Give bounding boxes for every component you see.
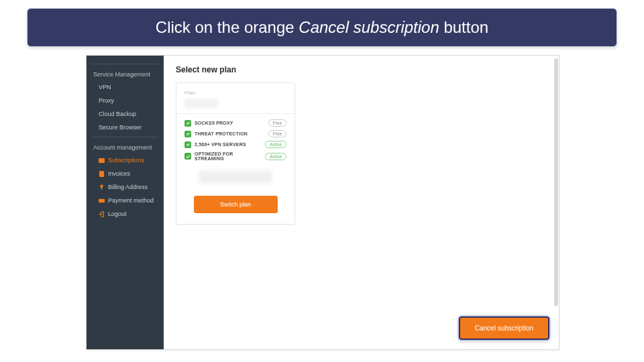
svg-point-2 bbox=[100, 184, 103, 188]
main-content: Select new plan Plan SOCKS5 PROXY Free T… bbox=[164, 56, 559, 349]
instruction-suffix: button bbox=[439, 18, 488, 36]
sidebar-item-vpn[interactable]: VPN bbox=[87, 80, 164, 94]
check-icon bbox=[184, 141, 191, 148]
plan-name-redacted bbox=[184, 99, 218, 108]
feature-badge-free: Free bbox=[268, 119, 286, 127]
instruction-emphasis: Cancel subscription bbox=[299, 18, 439, 36]
sidebar-item-logout[interactable]: Logout bbox=[87, 207, 164, 221]
sidebar-item-billing-address[interactable]: Billing Address bbox=[87, 180, 164, 194]
divider bbox=[92, 64, 158, 64]
svg-rect-0 bbox=[99, 158, 105, 162]
sidebar-item-label: Subscriptions bbox=[108, 157, 144, 164]
sidebar-item-label: Logout bbox=[108, 210, 127, 217]
sidebar-section-service: Service Management bbox=[87, 67, 164, 80]
feature-row: OPTIMIZED FOR STREAMING Active bbox=[184, 152, 286, 161]
switch-plan-button[interactable]: Switch plan bbox=[194, 196, 278, 213]
scrollbar[interactable] bbox=[554, 58, 558, 306]
scrollbar-thumb[interactable] bbox=[554, 58, 558, 306]
feature-row: 2,500+ VPN SERVERS Active bbox=[184, 141, 286, 148]
feature-badge-active: Active bbox=[265, 141, 286, 148]
instruction-prefix: Click on the orange bbox=[156, 18, 299, 36]
app-window: Service Management VPN Proxy Cloud Backu… bbox=[86, 55, 559, 350]
subscriptions-icon bbox=[99, 158, 105, 164]
check-icon bbox=[184, 131, 191, 137]
sidebar-item-label: Invoices bbox=[108, 170, 130, 177]
plan-label: Plan bbox=[184, 90, 286, 96]
invoices-icon bbox=[99, 171, 105, 177]
sidebar-item-payment-method[interactable]: Payment method bbox=[87, 194, 164, 207]
logout-icon bbox=[99, 211, 105, 217]
sidebar-item-label: Payment method bbox=[108, 197, 154, 204]
sidebar-item-label: VPN bbox=[99, 84, 111, 90]
divider bbox=[176, 113, 294, 114]
sidebar-item-subscriptions[interactable]: Subscriptions bbox=[87, 154, 164, 167]
feature-badge-free: Free bbox=[268, 130, 286, 137]
sidebar: Service Management VPN Proxy Cloud Backu… bbox=[87, 56, 164, 349]
feature-label: OPTIMIZED FOR STREAMING bbox=[195, 152, 262, 161]
feature-label: SOCKS5 PROXY bbox=[195, 121, 265, 125]
sidebar-item-label: Secure Browser bbox=[99, 124, 142, 131]
svg-rect-4 bbox=[99, 198, 105, 202]
feature-label: 2,500+ VPN SERVERS bbox=[195, 142, 262, 147]
plan-card: Plan SOCKS5 PROXY Free THREAT PROTECTION… bbox=[176, 82, 295, 225]
divider bbox=[92, 137, 158, 137]
check-icon bbox=[184, 120, 191, 127]
sidebar-item-label: Cloud Backup bbox=[99, 111, 136, 117]
price-redacted bbox=[199, 170, 272, 184]
feature-label: THREAT PROTECTION bbox=[195, 131, 265, 136]
payment-icon bbox=[99, 198, 105, 204]
sidebar-item-label: Billing Address bbox=[108, 184, 148, 190]
page-title: Select new plan bbox=[176, 65, 547, 74]
feature-row: SOCKS5 PROXY Free bbox=[184, 119, 286, 127]
billing-icon bbox=[99, 184, 105, 190]
svg-rect-1 bbox=[99, 171, 104, 177]
cancel-subscription-button[interactable]: Cancel subscription bbox=[459, 316, 549, 340]
check-icon bbox=[184, 153, 191, 160]
feature-row: THREAT PROTECTION Free bbox=[184, 130, 286, 137]
sidebar-item-secure-browser[interactable]: Secure Browser bbox=[87, 121, 164, 134]
sidebar-item-invoices[interactable]: Invoices bbox=[87, 167, 164, 180]
svg-rect-3 bbox=[101, 187, 102, 190]
sidebar-item-label: Proxy bbox=[99, 97, 114, 104]
sidebar-item-proxy[interactable]: Proxy bbox=[87, 94, 164, 107]
feature-badge-active: Active bbox=[265, 153, 286, 160]
sidebar-item-cloud-backup[interactable]: Cloud Backup bbox=[87, 107, 164, 121]
instruction-banner: Click on the orange Cancel subscription … bbox=[27, 8, 617, 47]
sidebar-section-account: Account management bbox=[87, 140, 164, 154]
